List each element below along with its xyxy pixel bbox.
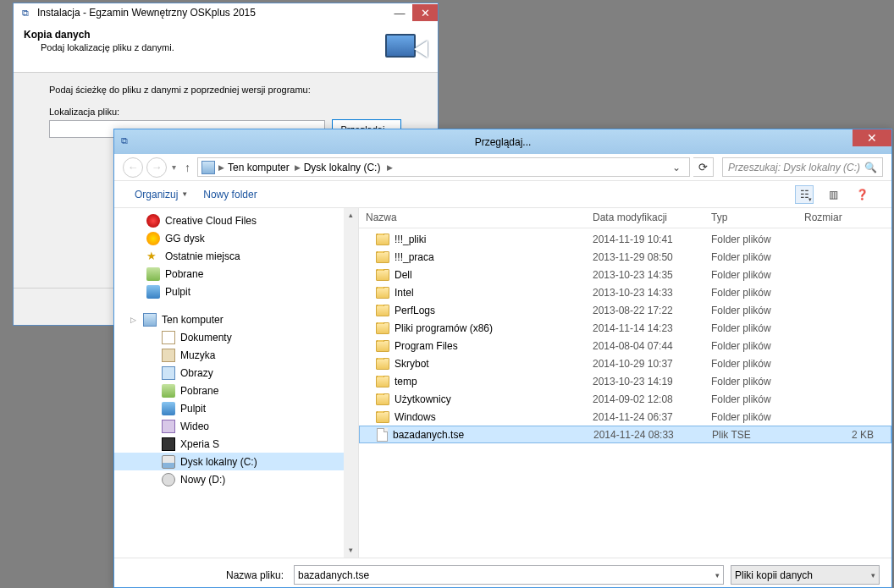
folder-icon [376, 322, 389, 334]
documents-icon [162, 331, 175, 344]
tree-downloads[interactable]: Pobrane [114, 265, 358, 283]
nav-forward-button[interactable]: → [146, 157, 167, 178]
filetype-filter[interactable]: Pliki kopii danych▾ [731, 565, 880, 585]
file-row[interactable]: !!!_praca2013-11-29 08:50Folder plików [359, 248, 891, 266]
file-location-label: Lokalizacja pliku: [49, 107, 402, 117]
file-name: Skrybot [395, 358, 429, 370]
downloads-icon [162, 384, 175, 398]
file-row[interactable]: temp2013-10-23 14:19Folder plików [359, 372, 891, 390]
file-name: temp [395, 376, 417, 387]
file-name: Program Files [395, 340, 458, 352]
browse-dialog: ⧉ Przeglądaj... ✕ ← → ▾ ↑ ▶Ten komputer … [113, 129, 892, 588]
file-name: Pliki programów (x86) [395, 322, 493, 334]
filename-input[interactable]: bazadanych.tse▾ [294, 565, 724, 585]
file-row[interactable]: !!!_pliki2014-11-19 10:41Folder plików [359, 230, 891, 248]
desktop-icon [146, 285, 160, 299]
view-mode-button[interactable]: ☷▾ [795, 185, 814, 204]
file-date: 2014-08-04 07:44 [586, 340, 704, 352]
tree-pictures[interactable]: Obrazy [114, 364, 358, 382]
file-name: Dell [395, 269, 412, 281]
refresh-button[interactable]: ⟳ [693, 157, 714, 177]
tree-gg-dysk[interactable]: GG dysk [114, 229, 358, 247]
file-name: !!!_pliki [395, 234, 426, 245]
browse-title: Przeglądaj... [114, 136, 891, 148]
tree-this-pc[interactable]: ▷Ten komputer [114, 310, 358, 328]
tree-videos[interactable]: Wideo [114, 417, 358, 435]
file-row[interactable]: PerfLogs2013-08-22 17:22Folder plików [359, 301, 891, 319]
breadcrumb[interactable]: ▶Ten komputer ▶Dysk lokalny (C:)▶ ⌄ [197, 157, 690, 177]
nav-up-button[interactable]: ↑ [181, 161, 194, 174]
tree-recent[interactable]: ★Ostatnie miejsca [114, 247, 358, 265]
crumb-drive[interactable]: Dysk lokalny (C:) [304, 162, 381, 173]
file-row[interactable]: Pliki programów (x86)2014-11-14 14:23Fol… [359, 319, 891, 337]
breadcrumb-dropdown[interactable]: ⌄ [667, 162, 686, 173]
browse-titlebar[interactable]: ⧉ Przeglądaj... ✕ [114, 129, 891, 154]
organize-menu[interactable]: Organizuj▼ [135, 189, 188, 201]
minimize-button[interactable]: — [387, 4, 412, 21]
search-input[interactable]: Przeszukaj: Dysk lokalny (C:) 🔍 [722, 157, 883, 177]
help-button[interactable]: ❓ [853, 185, 871, 204]
installer-header: Kopia danych Podaj lokalizację pliku z d… [14, 22, 438, 73]
computer-icon [143, 313, 157, 327]
tree-scrollbar[interactable]: ▴▾ [344, 208, 358, 558]
column-headers: Nazwa Data modyfikacji Typ Rozmiar [359, 208, 891, 228]
installer-header-icon [380, 29, 428, 69]
col-type[interactable]: Typ [704, 208, 797, 228]
videos-icon [162, 420, 175, 433]
new-folder-button[interactable]: Nowy folder [203, 189, 257, 201]
close-button[interactable]: ✕ [412, 4, 438, 21]
file-name: bazadanych.tse [393, 429, 464, 441]
file-row[interactable]: Windows2014-11-24 06:37Folder plików [359, 408, 891, 426]
col-name[interactable]: Nazwa [359, 208, 586, 228]
dialog-bottom: Nazwa pliku: bazadanych.tse▾ Pliki kopii… [114, 558, 891, 588]
file-row[interactable]: Intel2013-10-23 14:33Folder plików [359, 283, 891, 301]
file-row[interactable]: bazadanych.tse2014-11-24 08:33Plik TSE2 … [359, 426, 891, 443]
tree-desktop[interactable]: Pulpit [114, 283, 358, 300]
expand-icon[interactable]: ▷ [128, 316, 138, 324]
file-type: Folder plików [704, 340, 797, 352]
crumb-computer[interactable]: Ten komputer [228, 162, 290, 173]
installer-titlebar[interactable]: ⧉ Instalacja - Egzamin Wewnętrzny OSKplu… [14, 3, 438, 22]
installer-heading: Kopia danych [24, 29, 380, 41]
tree-downloads2[interactable]: Pobrane [114, 382, 358, 399]
installer-title: Instalacja - Egzamin Wewnętrzny OSKplus … [37, 7, 387, 19]
tree-desktop2[interactable]: Pulpit [114, 399, 358, 417]
filename-label: Nazwa pliku: [126, 569, 287, 581]
file-row[interactable]: Dell2013-10-23 14:35Folder plików [359, 266, 891, 283]
drive-icon [162, 455, 175, 469]
file-date: 2013-08-22 17:22 [586, 305, 704, 316]
file-name: PerfLogs [395, 305, 435, 316]
file-date: 2014-11-14 14:23 [586, 322, 704, 334]
file-row[interactable]: Użytkownicy2014-09-02 12:08Folder plików [359, 390, 891, 408]
file-type: Folder plików [704, 358, 797, 370]
file-date: 2013-10-23 14:35 [586, 269, 704, 281]
folder-icon [376, 340, 389, 352]
file-type: Folder plików [704, 411, 797, 423]
music-icon [162, 349, 175, 362]
nav-history-dropdown[interactable]: ▾ [170, 162, 178, 172]
tree-creative-cloud[interactable]: Creative Cloud Files [114, 212, 358, 229]
search-icon: 🔍 [864, 162, 877, 173]
tree-c-drive[interactable]: Dysk lokalny (C:) [114, 453, 358, 470]
browse-close-button[interactable]: ✕ [853, 129, 891, 146]
preview-pane-button[interactable]: ▥ [824, 185, 842, 204]
folder-icon [376, 305, 389, 316]
file-icon [377, 428, 388, 442]
col-size[interactable]: Rozmiar [797, 208, 891, 228]
file-row[interactable]: Skrybot2014-10-29 10:37Folder plików [359, 354, 891, 372]
folder-icon [376, 269, 389, 281]
tree-music[interactable]: Muzyka [114, 346, 358, 364]
recent-icon: ★ [146, 250, 160, 263]
gg-icon [146, 232, 160, 245]
desktop-icon [162, 402, 175, 415]
file-type: Folder plików [704, 322, 797, 334]
file-type: Folder plików [704, 376, 797, 387]
col-date[interactable]: Data modyfikacji [586, 208, 704, 228]
search-placeholder: Przeszukaj: Dysk lokalny (C:) [728, 162, 860, 173]
optical-drive-icon [162, 473, 175, 486]
file-row[interactable]: Program Files2014-08-04 07:44Folder plik… [359, 337, 891, 354]
tree-xperia[interactable]: Xperia S [114, 435, 358, 453]
tree-d-drive[interactable]: Nowy (D:) [114, 470, 358, 488]
tree-documents[interactable]: Dokumenty [114, 328, 358, 346]
nav-back-button[interactable]: ← [123, 157, 143, 178]
